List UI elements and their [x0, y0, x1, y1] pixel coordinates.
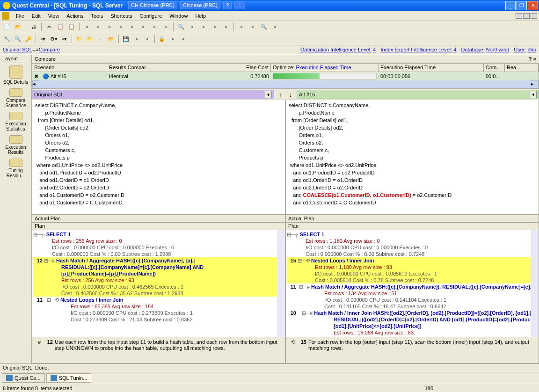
- col-plancost[interactable]: Plan Cost: [163, 64, 271, 72]
- open-button[interactable]: 📂: [13, 22, 23, 32]
- plan-vscroll[interactable]: [531, 230, 539, 337]
- mdi-restore-button[interactable]: [523, 13, 530, 19]
- down-arrow-button[interactable]: ↓: [286, 90, 295, 99]
- plan-vscroll[interactable]: [277, 230, 285, 337]
- paste-button[interactable]: 📋: [66, 22, 77, 32]
- plan-col-header[interactable]: Plan: [286, 223, 539, 230]
- optimize-link[interactable]: Execution Elapsed Time: [296, 65, 351, 70]
- tool-btn-15[interactable]: ▫: [248, 22, 258, 32]
- up-arrow-button[interactable]: ↑: [276, 90, 284, 99]
- plan-right-body[interactable]: ⊟─┬ SELECT 1 Est rows : 1,180 Avg row si…: [286, 230, 539, 337]
- menu-window[interactable]: Window: [166, 12, 191, 20]
- left-sql-dropdown[interactable]: Original SQL ▾: [32, 90, 274, 99]
- menu-edit[interactable]: Edit: [28, 12, 44, 20]
- sub-btn-4[interactable]: ▫▾: [38, 34, 48, 44]
- ime-help-icon[interactable]: ?: [223, 1, 232, 9]
- ime-options-icon[interactable]: ⋮: [234, 1, 245, 9]
- tool-btn-13[interactable]: ▫: [221, 22, 231, 32]
- sql-right-pane[interactable]: select DISTINCT c.CompanyName, p.Product…: [285, 100, 539, 215]
- row-marker-icon: ✖: [34, 73, 38, 79]
- plan-col-header[interactable]: Plan: [32, 223, 285, 230]
- tool-btn-14[interactable]: ▫: [236, 22, 247, 32]
- tool-btn-8[interactable]: ▫: [160, 22, 171, 32]
- save-button[interactable]: 💾: [121, 34, 131, 44]
- sub-btn-11[interactable]: ▫: [142, 34, 153, 44]
- mdi-close-button[interactable]: [531, 13, 537, 19]
- col-com[interactable]: Com...: [484, 64, 505, 72]
- minimize-button[interactable]: _: [505, 1, 516, 10]
- idx-level: Index Expert Intelligence Level: 4: [380, 47, 456, 52]
- tool-btn-1[interactable]: ▫: [82, 22, 92, 32]
- menu-configure[interactable]: Configure: [136, 12, 166, 20]
- menu-actions[interactable]: Actions: [63, 12, 87, 20]
- cut-button[interactable]: ✂: [44, 22, 54, 32]
- sub-btn-8[interactable]: 📁: [85, 34, 95, 44]
- menu-tools[interactable]: Tools: [87, 12, 107, 20]
- sub-btn-12[interactable]: ▫: [168, 34, 178, 44]
- hscroll-right-icon[interactable]: ▸: [531, 80, 539, 88]
- breadcrumb-current[interactable]: Compare: [39, 47, 60, 52]
- plan-left-body[interactable]: ⊟─┬ SELECT 1 Est rows : 256 Avg row size…: [32, 230, 285, 337]
- sub-btn-1[interactable]: 🔧: [2, 34, 12, 44]
- sub-btn-10[interactable]: ▫: [131, 34, 142, 44]
- tool-btn-9[interactable]: 🔍: [176, 22, 186, 32]
- ime-lang-2[interactable]: Chinese (PRC): [180, 1, 220, 9]
- col-results[interactable]: Results Compar...: [107, 64, 163, 72]
- tool-btn-2[interactable]: ▫: [93, 22, 103, 32]
- close-button[interactable]: ✕: [528, 1, 538, 10]
- menu-help[interactable]: Help: [191, 12, 210, 20]
- sub-btn-9[interactable]: 📂: [106, 34, 117, 44]
- tool-btn-7[interactable]: ▫: [149, 22, 160, 32]
- hscroll-left-icon[interactable]: ◂: [32, 80, 40, 88]
- task-sql-tuning[interactable]: SQL Tunin...: [46, 373, 92, 383]
- side-exec-results[interactable]: Execution Results: [0, 133, 31, 157]
- right-sql-dropdown[interactable]: Alt #15 ▾: [297, 90, 539, 99]
- col-optimize[interactable]: Optimize: Execution Elapsed Time: [271, 64, 379, 72]
- help-icon[interactable]: ? ×: [529, 56, 536, 62]
- grid-hscroll[interactable]: ◂ ▸: [32, 80, 539, 88]
- sub-btn-6[interactable]: ▫▾: [59, 34, 70, 44]
- menu-file[interactable]: File: [12, 12, 28, 20]
- tool-btn-5[interactable]: ▫: [127, 22, 137, 32]
- dropdown-arrow-icon[interactable]: ▾: [265, 91, 272, 98]
- tool-btn-17[interactable]: ▫: [270, 22, 280, 32]
- task-quest-central[interactable]: Quest Ce...: [2, 373, 45, 383]
- title-bar: Quest Central - [SQL Tuning - SQL Server…: [0, 0, 539, 11]
- side-compare-scenarios[interactable]: Compare Scenarios: [0, 87, 31, 110]
- dropdown-arrow-icon[interactable]: ▾: [530, 91, 537, 98]
- tool-btn-12[interactable]: ▫: [210, 22, 220, 32]
- side-tuning-resolution[interactable]: Tuning Resolu...: [0, 157, 31, 180]
- tool-btn-11[interactable]: ▫: [198, 22, 209, 32]
- lock-icon[interactable]: 🔒: [157, 34, 167, 44]
- mdi-minimize-button[interactable]: [516, 13, 522, 19]
- maximize-button[interactable]: ❐: [517, 1, 527, 10]
- menu-shortcuts[interactable]: Shortcuts: [107, 12, 136, 20]
- new-button[interactable]: 📄: [2, 22, 12, 32]
- ime-lang-1[interactable]: CH Chinese (PRC): [128, 1, 177, 9]
- sub-btn-5[interactable]: ⚙▾: [49, 34, 59, 44]
- side-sql-details[interactable]: SQL Details: [0, 63, 31, 87]
- tool-btn-4[interactable]: ▫: [116, 22, 126, 32]
- scenario-row[interactable]: ✖ 🔵 Alt #15 Identical 0.72480 00:00:00.0…: [32, 72, 539, 80]
- side-exec-stats[interactable]: Execution Statistics: [0, 110, 31, 133]
- print-button[interactable]: 🖨: [29, 22, 39, 32]
- app-icon: [3, 2, 10, 9]
- copy-button[interactable]: 📋: [55, 22, 66, 32]
- sub-btn-7[interactable]: 📁: [74, 34, 84, 44]
- tool-btn-3[interactable]: ▫: [104, 22, 115, 32]
- sql-left-pane[interactable]: select DISTINCT c.CompanyName, p.Product…: [32, 100, 285, 215]
- sql-details-icon: [9, 65, 22, 79]
- breadcrumb-root[interactable]: Original SQL: [3, 47, 32, 52]
- col-rea[interactable]: Rea...: [505, 64, 539, 72]
- db-info: Database: Northwind: [461, 47, 510, 52]
- col-scenario[interactable]: Scenario: [32, 64, 107, 72]
- sub-btn-2[interactable]: 🔍: [13, 34, 23, 44]
- tool-btn-6[interactable]: ▫: [138, 22, 148, 32]
- plan-right: Actual Plan Plan ⊟─┬ SELECT 1 Est rows :…: [285, 215, 539, 363]
- tool-btn-10[interactable]: ▫: [187, 22, 197, 32]
- sub-btn-13[interactable]: ▫: [178, 34, 189, 44]
- col-exectime[interactable]: Execution Elapsed Time: [379, 64, 484, 72]
- tool-btn-16[interactable]: 🔍: [259, 22, 269, 32]
- sub-btn-3[interactable]: 🔑: [23, 34, 34, 44]
- menu-view[interactable]: View: [44, 12, 63, 20]
